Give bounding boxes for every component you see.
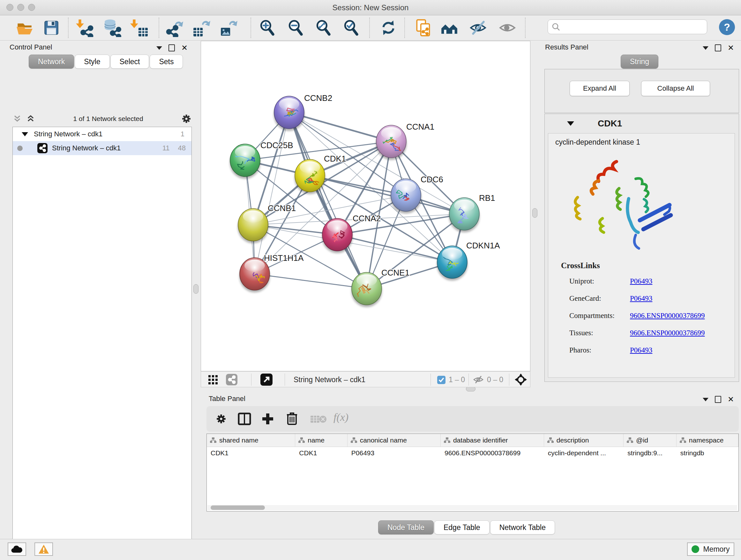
crosslink-label: Pharos: bbox=[569, 346, 630, 354]
refresh-icon[interactable] bbox=[379, 18, 398, 37]
table-row[interactable]: CDK1CDK1P064939606.ENSP00000378699cyclin… bbox=[207, 447, 738, 459]
table-hscrollbar-thumb[interactable] bbox=[211, 505, 265, 510]
tab-node-table[interactable]: Node Table bbox=[378, 520, 434, 535]
network-options-gear-icon[interactable] bbox=[181, 113, 192, 124]
expand-all-icon[interactable] bbox=[26, 114, 36, 124]
network-node[interactable] bbox=[437, 246, 468, 281]
node-label: CDKN1A bbox=[466, 241, 500, 250]
search-field[interactable] bbox=[548, 19, 707, 34]
zoom-out-icon[interactable] bbox=[286, 18, 305, 37]
zoom-selected-icon[interactable] bbox=[342, 18, 360, 37]
open-in-browser-icon[interactable] bbox=[260, 374, 273, 386]
tab-sets[interactable]: Sets bbox=[150, 55, 183, 69]
control-panel-float-icon[interactable] bbox=[169, 44, 175, 51]
network-collection-row[interactable]: String Network – cdk1 1 bbox=[13, 127, 192, 141]
network-node[interactable] bbox=[294, 159, 325, 194]
network-node[interactable] bbox=[391, 179, 421, 213]
open-file-icon[interactable] bbox=[15, 18, 33, 37]
collapse-all-button[interactable]: Collapse All bbox=[641, 81, 710, 96]
zoom-fit-icon[interactable] bbox=[314, 18, 333, 37]
export-table-icon[interactable] bbox=[192, 18, 211, 37]
network-canvas[interactable]: CCNB2CCNA1CDC25BCDK1CDC6RB1CCNB1CCNA2CDK… bbox=[201, 41, 530, 371]
crosslink-link[interactable]: 9606.ENSP00000378699 bbox=[630, 312, 705, 320]
network-node[interactable] bbox=[238, 208, 268, 243]
collapse-all-icon[interactable] bbox=[12, 114, 22, 124]
column-header-description[interactable]: description bbox=[544, 434, 624, 447]
crosslink-link[interactable]: P06493 bbox=[630, 346, 652, 354]
collection-expander-icon[interactable] bbox=[22, 132, 28, 136]
crosslink-link[interactable]: P06493 bbox=[630, 277, 652, 286]
network-graph[interactable]: CCNB2CCNA1CDC25BCDK1CDC6RB1CCNB1CCNA2CDK… bbox=[201, 41, 530, 371]
network-node[interactable] bbox=[230, 144, 260, 179]
help-button[interactable]: ? bbox=[719, 19, 735, 35]
column-type-icon bbox=[444, 437, 450, 443]
column-header-canonical-name[interactable]: canonical name bbox=[347, 434, 441, 447]
crosslink-link[interactable]: P06493 bbox=[630, 294, 652, 303]
network-style-toggle-icon[interactable] bbox=[226, 374, 238, 385]
tab-network[interactable]: Network bbox=[29, 55, 74, 69]
gene-entry-header[interactable]: CDK1 bbox=[545, 116, 739, 131]
column-header--id[interactable]: @id bbox=[623, 434, 676, 447]
node-label: CCNA2 bbox=[353, 213, 381, 223]
column-header-shared-name[interactable]: shared name bbox=[207, 434, 295, 447]
table-panel-float-icon[interactable] bbox=[715, 396, 721, 403]
navigator-crosshair-icon[interactable] bbox=[515, 373, 527, 387]
cloud-button[interactable] bbox=[8, 543, 26, 556]
results-panel-menu-icon[interactable] bbox=[703, 46, 709, 50]
add-column-icon[interactable] bbox=[261, 413, 274, 427]
network-node[interactable] bbox=[274, 96, 305, 131]
crosslink-link[interactable]: 9606.ENSP00000378699 bbox=[630, 329, 705, 337]
network-node[interactable] bbox=[376, 125, 407, 160]
column-header-database-identifier[interactable]: database identifier bbox=[441, 434, 544, 447]
hide-selected-eye-slash-icon[interactable] bbox=[469, 18, 487, 37]
hidden-eye-slash-icon[interactable] bbox=[473, 375, 484, 386]
save-session-icon[interactable] bbox=[42, 18, 61, 37]
search-input[interactable] bbox=[562, 22, 707, 31]
table-gear-icon[interactable] bbox=[215, 413, 227, 426]
memory-button[interactable]: Memory bbox=[687, 543, 734, 556]
import-network-database-icon[interactable] bbox=[103, 18, 121, 37]
warning-button[interactable] bbox=[35, 543, 53, 556]
split-columns-icon[interactable] bbox=[238, 413, 251, 427]
table-tabs: Node TableEdge TableNetwork Table bbox=[378, 520, 556, 535]
selected-nodes-checkbox[interactable] bbox=[437, 376, 446, 384]
tab-select[interactable]: Select bbox=[111, 55, 149, 69]
table-panel-close-icon[interactable]: ✕ bbox=[728, 396, 734, 402]
tab-style[interactable]: Style bbox=[75, 55, 110, 69]
import-table-file-icon[interactable] bbox=[130, 18, 148, 37]
import-network-file-icon[interactable] bbox=[76, 18, 94, 37]
network-type-icon bbox=[37, 143, 48, 153]
column-type-icon bbox=[351, 437, 357, 443]
network-row-selected[interactable]: String Network – cdk1 11 48 bbox=[13, 141, 192, 155]
entry-expander-icon[interactable] bbox=[567, 121, 574, 126]
node-table[interactable]: shared namenamecanonical namedatabase id… bbox=[206, 434, 739, 511]
delete-column-trash-icon[interactable] bbox=[286, 412, 298, 427]
network-node[interactable] bbox=[239, 258, 270, 293]
zoom-in-icon[interactable] bbox=[258, 18, 276, 37]
table-panel-menu-icon[interactable] bbox=[703, 398, 709, 401]
tab-network-table[interactable]: Network Table bbox=[490, 520, 555, 535]
expand-all-button[interactable]: Expand All bbox=[569, 81, 630, 96]
results-panel-float-icon[interactable] bbox=[715, 44, 721, 51]
control-panel-close-icon[interactable]: ✕ bbox=[181, 45, 188, 51]
control-panel-menu-icon[interactable] bbox=[156, 46, 162, 50]
show-grid-icon[interactable] bbox=[208, 374, 218, 386]
tab-edge-table[interactable]: Edge Table bbox=[434, 520, 489, 535]
export-network-icon[interactable] bbox=[165, 18, 184, 37]
network-node[interactable] bbox=[351, 272, 382, 307]
network-node[interactable] bbox=[322, 219, 353, 253]
column-header-name[interactable]: name bbox=[295, 434, 347, 447]
control-panel: Control Panel ✕ NetworkStyleSelectSets 1… bbox=[4, 41, 189, 539]
export-image-icon[interactable] bbox=[219, 18, 238, 37]
results-panel-close-icon[interactable]: ✕ bbox=[728, 45, 734, 51]
tab-string[interactable]: String bbox=[621, 55, 658, 69]
table-hscrollbar[interactable] bbox=[207, 505, 737, 510]
network-node[interactable] bbox=[449, 198, 480, 233]
left-splitter-handle[interactable] bbox=[193, 284, 199, 294]
right-splitter-handle[interactable] bbox=[532, 208, 537, 218]
show-all-eye-icon[interactable] bbox=[498, 18, 517, 37]
first-neighbors-icon[interactable] bbox=[440, 18, 459, 37]
clone-network-icon[interactable] bbox=[414, 18, 433, 37]
table-cell: P06493 bbox=[347, 447, 441, 459]
column-header-namespace[interactable]: namespace bbox=[677, 434, 738, 447]
